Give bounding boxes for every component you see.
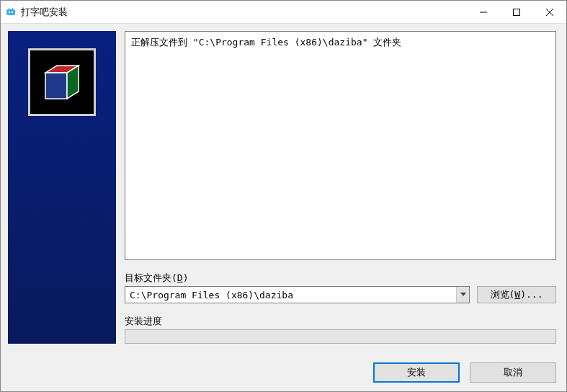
titlebar: 打字吧安装 xyxy=(1,1,566,24)
installer-window: 打字吧安装 正解压文件到 "C:\P xyxy=(0,0,567,392)
box-icon xyxy=(37,57,87,107)
destination-combobox[interactable] xyxy=(125,286,470,303)
log-line: 正解压文件到 "C:\Program Files (x86)\daziba" 文… xyxy=(131,36,550,49)
body: 正解压文件到 "C:\Program Files (x86)\daziba" 文… xyxy=(1,24,566,354)
progress-bar xyxy=(125,329,556,344)
destination-input[interactable] xyxy=(125,286,470,303)
install-button[interactable]: 安装 xyxy=(373,362,460,383)
sidebar-icon-frame xyxy=(28,48,96,116)
svg-line-3 xyxy=(9,8,9,9)
log-textarea[interactable]: 正解压文件到 "C:\Program Files (x86)\daziba" 文… xyxy=(125,31,556,260)
svg-marker-10 xyxy=(45,73,67,99)
cancel-button[interactable]: 取消 xyxy=(470,362,556,383)
svg-point-1 xyxy=(9,11,10,12)
destination-row: 浏览(W)... xyxy=(125,286,556,303)
svg-line-4 xyxy=(12,8,13,9)
svg-marker-12 xyxy=(460,293,466,296)
sidebar xyxy=(8,31,116,344)
browse-button[interactable]: 浏览(W)... xyxy=(477,286,556,303)
destination-label: 目标文件夹(D) xyxy=(125,272,556,285)
svg-point-2 xyxy=(12,11,13,12)
minimize-button[interactable] xyxy=(467,1,500,23)
app-icon xyxy=(5,6,17,18)
progress-label: 安装进度 xyxy=(125,315,556,328)
chevron-down-icon[interactable] xyxy=(456,287,469,303)
footer: 安装 取消 xyxy=(1,354,566,391)
main-panel: 正解压文件到 "C:\Program Files (x86)\daziba" 文… xyxy=(125,31,556,344)
maximize-button[interactable] xyxy=(500,1,533,23)
svg-rect-6 xyxy=(514,9,520,15)
svg-rect-0 xyxy=(6,9,15,15)
window-title: 打字吧安装 xyxy=(21,6,467,19)
window-controls xyxy=(467,1,566,23)
close-button[interactable] xyxy=(533,1,566,23)
